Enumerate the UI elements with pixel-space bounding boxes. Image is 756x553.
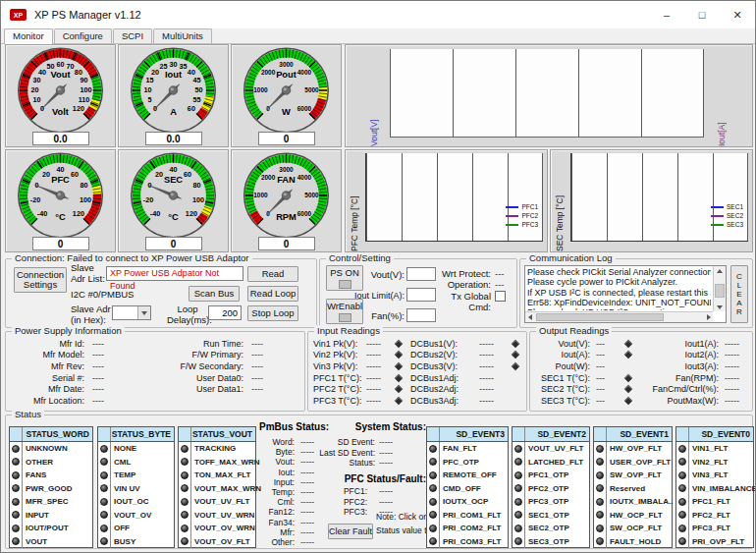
status-item-label: VIN UV <box>111 482 174 496</box>
pmbus-status-row-value[interactable]: ----- <box>300 537 314 547</box>
clear-fault-button[interactable]: Clear Fault <box>328 524 373 539</box>
stop-loop-button[interactable]: Stop Loop <box>247 305 298 321</box>
chart-axis-label-sec-temp: SEC Temp [°C] <box>555 150 565 251</box>
tx-global-cmd-checkbox[interactable] <box>495 291 506 302</box>
pmbus-status-row-value[interactable]: ----- <box>300 487 314 497</box>
vout-iout-plot <box>390 49 704 138</box>
clear-log-button[interactable]: CLEAR <box>730 265 748 323</box>
input-reading-row: DCBus2Adj:----- <box>410 383 524 395</box>
pfc-status-row-value[interactable]: ----- <box>379 507 393 517</box>
connection-settings-button[interactable]: Connection Settings <box>14 267 67 293</box>
pmbus-status-row-value[interactable]: ----- <box>300 468 314 477</box>
pmbus-status-row-value[interactable]: ----- <box>300 507 314 517</box>
status-list-status_word[interactable]: STATUS_WORDUNKNOWNOTHERFANSPWR_GOODMFR_S… <box>9 426 93 548</box>
pmbus-status-row: Fan12:----- <box>259 507 314 517</box>
psu-info-row-label: F/W Secondary: <box>161 361 243 371</box>
status-led-icon <box>678 511 686 519</box>
svg-text:W: W <box>282 107 291 117</box>
status-led-icon <box>514 498 522 506</box>
scroll-up-icon[interactable] <box>714 266 726 275</box>
system-status-row-value[interactable]: ----- <box>379 458 393 468</box>
svg-text:FAN: FAN <box>277 175 296 185</box>
minimize-button[interactable]: – <box>649 1 684 28</box>
input-reading-row-label: DCBus2Adj: <box>410 384 461 394</box>
status-led-cell <box>594 535 607 549</box>
status-led-cell <box>676 535 689 549</box>
pmbus-status-row-label: Cml: <box>259 497 295 507</box>
status-led-cell <box>10 469 23 482</box>
status-list-sd_event1[interactable]: SD_EVENT1HW_OVP_FLTUSER_OVP_FLTSW_OVP_FL… <box>593 426 673 548</box>
log-hscroll-thumb[interactable] <box>536 313 664 321</box>
pfc-status-row-value[interactable]: ----- <box>379 486 393 496</box>
status-item-label: HW_OCP_FLT <box>607 509 672 523</box>
status-led-cell <box>594 509 607 523</box>
legend-item-pfc3: PFC3 <box>506 220 538 229</box>
status-list-sd_event0[interactable]: SD_EVENT0VIN1_FLTVIN2_FLTVIN3_FLTVIN_IMB… <box>675 426 754 548</box>
communication-log-box[interactable]: Please check PICkit Serial Analyzer conn… <box>524 265 727 323</box>
status-led-icon <box>12 458 20 466</box>
pfc-status-row: PFC3:----- <box>328 507 393 517</box>
output-reading-row: Vout(V):--- <box>535 338 637 350</box>
status-led-cell <box>513 522 525 535</box>
status-item-label: NONE <box>111 442 174 456</box>
input-reading-row-value: ----- <box>479 373 505 383</box>
wr-enabl-button[interactable]: WrEnabl <box>326 299 363 324</box>
adaptor-status-field[interactable]: XP Power USB Adpator Not Found <box>106 266 243 281</box>
tab-monitor[interactable]: Monitor <box>4 28 53 44</box>
legend-line-swatch <box>506 224 518 226</box>
ps-on-indicator <box>339 280 351 289</box>
psu-info-row-label: User Data1: <box>161 384 243 394</box>
input-reading-row-value: ----- <box>479 384 505 394</box>
scroll-left-icon[interactable] <box>525 312 534 322</box>
scroll-down-icon[interactable] <box>714 303 726 311</box>
system-status-title: System Status: <box>328 421 426 432</box>
vout-iout-chart-panel: Vout[V] Iout[A] <box>345 44 753 147</box>
tab-scpi[interactable]: SCPI <box>113 28 152 43</box>
svg-text:A: A <box>170 107 177 117</box>
status-diamond-icon <box>395 362 403 370</box>
status-list-row: OFF <box>98 522 174 535</box>
read-loop-button[interactable]: Read Loop <box>247 286 298 302</box>
tx-global-cmd-label: Tx Global Cmd: <box>428 292 491 312</box>
tab-multiunits[interactable]: MultiUnits <box>153 28 212 43</box>
psu-info-row-value: ---- <box>92 361 132 371</box>
log-horizontal-scrollbar[interactable] <box>525 311 713 322</box>
output-reading-row-value: ----- <box>725 373 750 383</box>
svg-text:Vout: Vout <box>50 70 70 80</box>
vout-setting-field[interactable] <box>406 267 436 281</box>
status-diamond-icon <box>395 397 403 405</box>
status-item-label: IOUT/POUT <box>23 522 92 535</box>
gauge-pfc-dial: -40-20020406080100120PFC°C <box>6 150 115 238</box>
clear-button-letter: A <box>736 299 741 307</box>
status-list-sd_event3[interactable]: SD_EVENT3FAN_FLTPFC_OTPREMOTE_OFFCMD_OFF… <box>426 426 509 548</box>
combo-dropdown-arrow-icon[interactable] <box>137 306 150 319</box>
pfc-status-row-value[interactable]: ----- <box>379 497 393 507</box>
pmbus-status-row-value[interactable]: ----- <box>300 497 314 507</box>
pmbus-status-row-value[interactable]: ----- <box>300 518 314 527</box>
maximize-button[interactable]: □ <box>684 1 720 28</box>
read-button[interactable]: Read <box>247 266 298 282</box>
svg-text:Volt: Volt <box>52 107 69 117</box>
output-reading-row-label: Iout1(A): <box>640 339 719 349</box>
scan-bus-button[interactable]: Scan Bus <box>189 286 240 302</box>
legend-label: PFC2 <box>521 212 538 219</box>
system-status-row-value[interactable]: ----- <box>379 437 393 447</box>
status-list-status_byte[interactable]: STATUS_BYTENONECMLTEMPVIN UVIOUT_OCVOUT_… <box>97 426 175 548</box>
status-list-row: PRI_COM2_FLT <box>427 522 508 535</box>
log-vscroll-thumb[interactable] <box>715 284 725 298</box>
slave-adr-select[interactable] <box>112 305 151 320</box>
svg-text:120: 120 <box>186 209 197 218</box>
pmbus-status-row-value[interactable]: ----- <box>300 477 314 487</box>
system-status-row-value[interactable]: ----- <box>379 448 393 458</box>
status-list-sd_event2[interactable]: SD_EVENT2VOUT_UV_FLTLATCHED_FLTPFC1_OTPP… <box>512 426 590 548</box>
close-button[interactable]: ✕ <box>720 1 755 28</box>
tab-configure[interactable]: Configure <box>54 28 112 43</box>
status-led-cell <box>513 469 525 482</box>
status-list-status_vout[interactable]: STATUS_VOUTTRACKINGTOFF_MAX_WRNTON_MAX_F… <box>178 426 256 548</box>
svg-text:20: 20 <box>151 68 159 77</box>
loop-delay-field[interactable]: 200 <box>208 305 242 320</box>
pmbus-status-row-value[interactable]: ----- <box>300 527 314 537</box>
scroll-right-icon[interactable] <box>704 312 713 322</box>
ps-on-button[interactable]: PS ON <box>326 265 363 291</box>
log-vertical-scrollbar[interactable] <box>713 266 726 311</box>
